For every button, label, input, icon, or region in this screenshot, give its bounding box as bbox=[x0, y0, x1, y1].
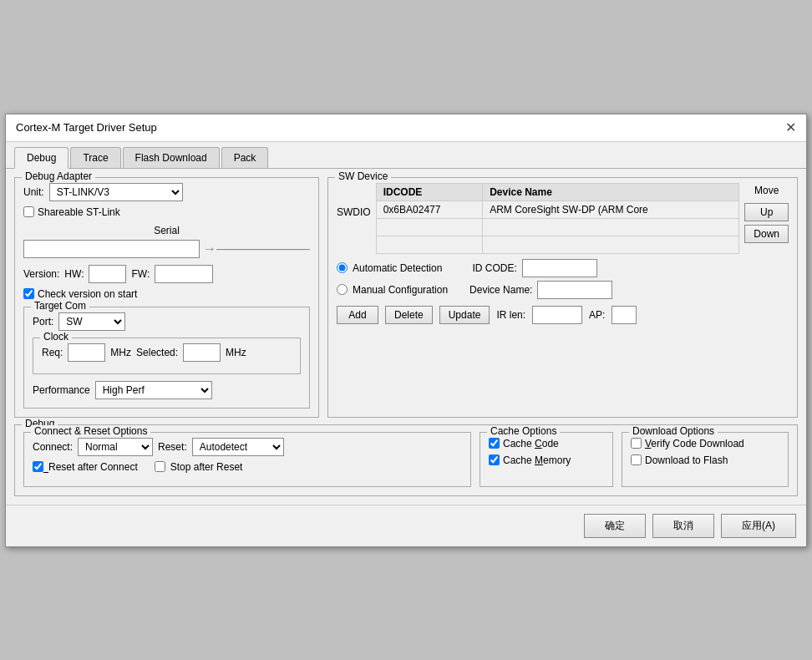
check-version-checkbox[interactable] bbox=[23, 288, 34, 299]
irlen-input[interactable] bbox=[532, 306, 582, 324]
check-version-label: Check version on start bbox=[38, 288, 137, 300]
cell-idcode: 0x6BA02477 bbox=[376, 201, 482, 218]
top-section: Debug Adapter Unit: ST-LINK/V3 ST-LINK/V… bbox=[14, 177, 798, 418]
download-flash-checkbox[interactable] bbox=[631, 454, 642, 465]
fw-label: FW: bbox=[131, 268, 150, 280]
table-row-empty bbox=[376, 218, 739, 236]
req-input[interactable]: 10 bbox=[68, 343, 105, 362]
tab-flash-download[interactable]: Flash Download bbox=[123, 147, 220, 168]
window-title: Cortex-M Target Driver Setup bbox=[16, 121, 157, 134]
auto-detect-radio[interactable] bbox=[337, 262, 348, 273]
reset-after-connect-label: ̲Reset after Connect bbox=[48, 461, 138, 473]
tab-pack[interactable]: Pack bbox=[221, 147, 269, 168]
shareable-row: Shareable ST-Link bbox=[23, 206, 310, 218]
download-flash-label: Download to Flash bbox=[645, 454, 728, 466]
col-device-name: Device Name bbox=[483, 183, 739, 201]
down-button[interactable]: Down bbox=[744, 225, 789, 243]
footer: 确定 取消 应用(A) bbox=[6, 505, 806, 546]
irlen-label: IR len: bbox=[496, 309, 525, 321]
tab-trace[interactable]: Trace bbox=[70, 147, 120, 168]
perf-select[interactable]: High Perf Normal Low bbox=[95, 381, 212, 399]
port-row: Port: SW JTAG bbox=[33, 312, 301, 331]
up-button[interactable]: Up bbox=[744, 203, 789, 221]
cache-memory-row: Cache Memory bbox=[489, 454, 604, 466]
connect-reset-group: Connect & Reset Options Connect: Normal … bbox=[23, 432, 471, 487]
mhz1-label: MHz bbox=[110, 347, 131, 358]
unit-label: Unit: bbox=[23, 186, 44, 198]
close-button[interactable]: ✕ bbox=[785, 121, 796, 135]
target-com-title: Target Com bbox=[31, 300, 89, 312]
debug-section: Debug Connect & Reset Options Connect: N… bbox=[14, 424, 798, 496]
connect-label: Connect: bbox=[33, 441, 73, 453]
performance-label: Performance bbox=[33, 384, 90, 396]
version-row: Version: HW: V3 FW: V3J5M2 bbox=[23, 265, 310, 283]
serial-input[interactable]: 003F00443 bbox=[23, 240, 200, 258]
manual-config-row: Manual Configuration Device Name: bbox=[337, 281, 739, 299]
ap-label: AP: bbox=[589, 309, 605, 321]
perf-row: Performance High Perf Normal Low bbox=[33, 381, 301, 399]
req-label: Req: bbox=[42, 347, 63, 358]
add-button[interactable]: Add bbox=[337, 306, 378, 324]
reset-after-connect-checkbox[interactable] bbox=[33, 461, 43, 472]
clock-title: Clock bbox=[40, 331, 72, 343]
device-name-input[interactable] bbox=[537, 281, 612, 299]
clock-row: Req: 10 MHz Selected: 0 MHz bbox=[42, 343, 292, 362]
main-window: Cortex-M Target Driver Setup ✕ Debug Tra… bbox=[5, 114, 807, 547]
unit-row: Unit: ST-LINK/V3 ST-LINK/V2 bbox=[23, 183, 310, 201]
mhz2-label: MHz bbox=[226, 347, 246, 358]
sw-device-title: SW Device bbox=[335, 170, 391, 182]
id-code-label: ID CODE: bbox=[472, 262, 516, 274]
auto-detect-row: Automatic Detection ID CODE: bbox=[337, 259, 739, 277]
delete-button[interactable]: Delete bbox=[385, 306, 433, 324]
stop-after-reset-label: Stop after Reset bbox=[170, 461, 243, 473]
verify-code-row: Verify Code Download bbox=[631, 438, 779, 449]
download-options-title: Download Options bbox=[629, 425, 718, 437]
connect-reset-row: Connect: Normal With Pre-reset Under Res… bbox=[33, 438, 462, 456]
verify-code-label: Verify Code Download bbox=[645, 438, 744, 449]
hw-label: HW: bbox=[64, 268, 84, 280]
cancel-button[interactable]: 取消 bbox=[652, 514, 714, 538]
device-name-label: Device Name: bbox=[469, 284, 532, 296]
hw-input[interactable]: V3 bbox=[89, 265, 126, 283]
serial-label: Serial bbox=[23, 225, 310, 236]
cache-memory-checkbox[interactable] bbox=[489, 454, 500, 465]
selected-label: Selected: bbox=[136, 347, 178, 358]
fw-input[interactable]: V3J5M2 bbox=[155, 265, 213, 283]
cache-options-group: Cache Options Cache Code Cache Memory bbox=[480, 432, 613, 487]
selected-input[interactable]: 0 bbox=[183, 343, 221, 362]
stop-after-reset-checkbox[interactable] bbox=[155, 461, 165, 472]
cache-code-checkbox[interactable] bbox=[489, 438, 500, 449]
unit-select[interactable]: ST-LINK/V3 ST-LINK/V2 bbox=[49, 183, 183, 201]
connect-reset-title: Connect & Reset Options bbox=[31, 425, 150, 437]
serial-group: Serial 003F00443 →――――――― bbox=[23, 225, 310, 258]
clock-group: Clock Req: 10 MHz Selected: 0 MHz bbox=[33, 338, 301, 374]
auto-detect-label: Automatic Detection bbox=[353, 262, 442, 274]
table-row-empty2 bbox=[376, 236, 739, 253]
sw-table: IDCODE Device Name 0x6BA02477 ARM CoreSi… bbox=[376, 183, 740, 254]
id-code-input[interactable] bbox=[522, 259, 597, 277]
verify-code-checkbox[interactable] bbox=[631, 438, 642, 449]
target-com-group: Target Com Port: SW JTAG Clock Req: 1 bbox=[23, 307, 310, 409]
shareable-label: Shareable ST-Link bbox=[38, 206, 120, 218]
reset-label: Reset: bbox=[158, 441, 187, 453]
tab-bar: Debug Trace Flash Download Pack bbox=[6, 142, 806, 169]
swdio-section: SWDIO IDCODE Device Name bbox=[337, 183, 739, 254]
tab-debug[interactable]: Debug bbox=[14, 147, 69, 169]
connect-select[interactable]: Normal With Pre-reset Under Reset bbox=[78, 438, 153, 456]
check-version-row: Check version on start bbox=[23, 288, 310, 300]
update-button[interactable]: Update bbox=[439, 306, 490, 324]
serial-input-row: 003F00443 →――――――― bbox=[23, 240, 310, 258]
shareable-checkbox[interactable] bbox=[23, 206, 34, 217]
apply-button[interactable]: 应用(A) bbox=[721, 514, 796, 538]
port-select[interactable]: SW JTAG bbox=[58, 312, 125, 331]
action-row: Add Delete Update IR len: AP: 3 bbox=[337, 306, 739, 324]
sw-table-wrapper: IDCODE Device Name 0x6BA02477 ARM CoreSi… bbox=[376, 183, 740, 254]
debug-inner: Connect & Reset Options Connect: Normal … bbox=[23, 432, 789, 487]
manual-config-radio[interactable] bbox=[337, 284, 348, 295]
ok-button[interactable]: 确定 bbox=[584, 514, 646, 538]
ap-input[interactable]: 3 bbox=[612, 306, 637, 324]
debug-adapter-group: Debug Adapter Unit: ST-LINK/V3 ST-LINK/V… bbox=[14, 177, 319, 418]
reset-select[interactable]: Autodetect Software Hardware VECTRESET bbox=[192, 438, 284, 456]
table-row[interactable]: 0x6BA02477 ARM CoreSight SW-DP (ARM Core bbox=[376, 201, 739, 218]
cache-code-label: Cache Code bbox=[503, 438, 559, 449]
